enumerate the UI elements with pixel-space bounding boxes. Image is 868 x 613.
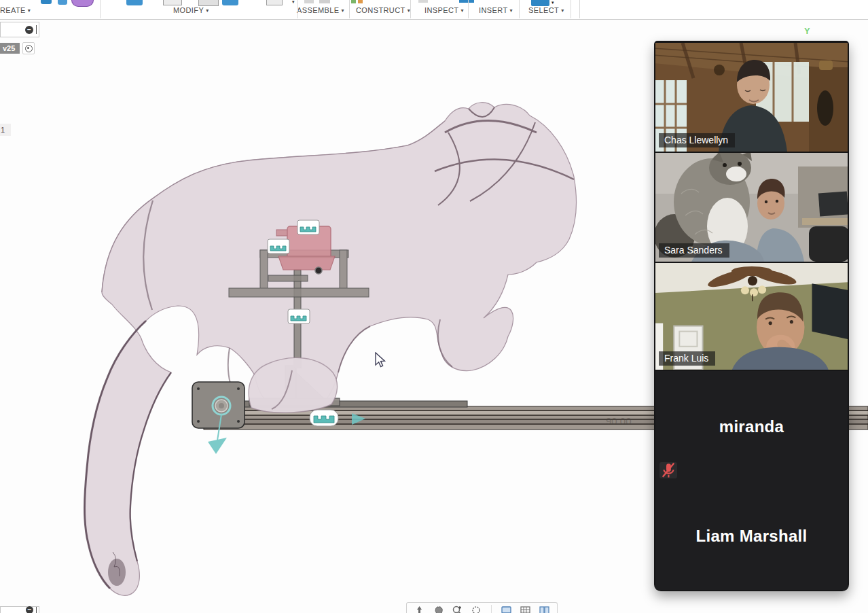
caret-icon: ▾ xyxy=(510,7,513,14)
participant-name: miranda xyxy=(655,417,848,436)
version-label: v25 xyxy=(0,43,20,54)
toolbar-divider xyxy=(349,0,350,18)
participant-tile-miranda[interactable]: miranda xyxy=(655,371,848,484)
toolbar-divider xyxy=(519,0,520,18)
viewports-icon[interactable] xyxy=(539,605,550,613)
muted-mic-chip xyxy=(659,462,677,478)
form-tool-icon[interactable] xyxy=(71,0,94,7)
caret-icon: ▾ xyxy=(28,7,31,14)
browser-header-chip[interactable]: − xyxy=(0,22,39,37)
orbit-icon[interactable] xyxy=(414,605,425,613)
menu-insert[interactable]: INSERT▾ xyxy=(479,6,513,14)
joint-tool-icon[interactable] xyxy=(304,0,314,3)
participant-tile-frank[interactable]: Frank Luis xyxy=(655,263,848,370)
cursor-arrow-icon xyxy=(375,352,388,370)
text-cursor-icon xyxy=(36,25,37,34)
rotation-arrowhead-icon xyxy=(208,438,227,454)
shell-tool-icon[interactable] xyxy=(198,0,219,6)
view-navigation-bar xyxy=(406,602,558,613)
caret-icon: ▾ xyxy=(342,7,344,14)
menu-create[interactable]: REATE▾ xyxy=(0,6,31,14)
joint-origin-dot[interactable] xyxy=(315,267,322,274)
insert-tool-icon[interactable] xyxy=(459,0,474,3)
toolbar-divider xyxy=(579,0,580,18)
participant-name-tag: Sara Sanders xyxy=(659,243,729,258)
slider-joint-icon[interactable] xyxy=(310,410,338,426)
modify-dropdown-caret-icon[interactable]: ▾ xyxy=(292,0,297,5)
text-cursor-icon xyxy=(36,607,37,613)
timeline-chip[interactable]: − xyxy=(0,606,39,613)
y-axis-label: Y xyxy=(804,26,810,36)
participant-tile-sara[interactable]: Sara Sanders xyxy=(655,153,848,262)
toolbar-divider xyxy=(468,0,469,18)
menu-construct[interactable]: CONSTRUCT▾ xyxy=(356,6,410,14)
menu-assemble[interactable]: ASSEMBLE▾ xyxy=(297,6,344,14)
fillet-tool-icon[interactable] xyxy=(163,0,182,5)
mesh-body-cat[interactable] xyxy=(85,103,577,596)
stepper-motor[interactable] xyxy=(192,382,245,428)
tail-tip-dense-mesh xyxy=(108,559,126,586)
muted-mic-icon xyxy=(659,462,677,478)
minus-circle-icon[interactable]: − xyxy=(25,26,33,34)
extrude-tool-icon[interactable] xyxy=(58,0,67,5)
video-call-panel[interactable]: Chas Llewellyn xyxy=(654,41,849,591)
joint-icon[interactable] xyxy=(288,309,310,323)
toolbar-divider xyxy=(100,0,101,18)
sketch-tool-icon[interactable] xyxy=(41,0,52,4)
participant-name: Liam Marshall xyxy=(655,527,848,546)
toolbar-divider xyxy=(410,0,411,18)
joint-icon[interactable] xyxy=(297,220,319,234)
zoom-fit-icon[interactable] xyxy=(471,605,482,613)
construct-axis-tool-icon[interactable] xyxy=(358,0,363,3)
caret-icon: ▾ xyxy=(460,7,463,14)
participant-tile-chas[interactable]: Chas Llewellyn xyxy=(655,43,848,152)
pan-icon[interactable] xyxy=(433,605,444,613)
menu-select[interactable]: SELECT▾ xyxy=(528,6,564,14)
app-screen: ▾ ▾ REATE▾ MODIFY▾ ASSEMBLE▾ CONSTRUCT▾ … xyxy=(0,0,868,613)
toolbar-divider xyxy=(571,0,571,18)
construct-plane-tool-icon[interactable] xyxy=(351,0,356,3)
browser-row-marker: 1 xyxy=(0,124,11,136)
measure-tool-icon[interactable] xyxy=(418,0,428,3)
combine-tool-icon[interactable] xyxy=(222,0,238,5)
joint-icon[interactable] xyxy=(268,239,289,253)
caret-icon: ▾ xyxy=(561,7,564,14)
select-tool-icon[interactable] xyxy=(531,0,549,6)
press-pull-tool-icon[interactable] xyxy=(126,0,143,5)
grid-snap-icon[interactable] xyxy=(520,605,531,613)
activate-component-icon[interactable] xyxy=(22,42,35,54)
menu-inspect[interactable]: INSPECT▾ xyxy=(424,6,464,14)
navbar-divider xyxy=(491,605,492,613)
as-built-joint-tool-icon[interactable] xyxy=(319,0,330,3)
document-version-chip[interactable]: v25 xyxy=(0,42,35,54)
participant-tile-liam[interactable]: Liam Marshall xyxy=(655,484,848,590)
participant-name-tag: Chas Llewellyn xyxy=(659,133,735,147)
minus-circle-icon[interactable]: − xyxy=(26,606,33,613)
participant-name-tag: Frank Luis xyxy=(659,351,715,366)
display-settings-icon[interactable] xyxy=(501,605,512,613)
select-dropdown-caret-icon[interactable]: ▾ xyxy=(551,0,557,6)
zoom-in-icon[interactable] xyxy=(452,605,463,613)
menu-modify[interactable]: MODIFY▾ xyxy=(173,6,209,14)
caret-icon: ▾ xyxy=(206,7,209,14)
toolbar-divider xyxy=(297,0,298,18)
rail-dimension-label: 90.00 xyxy=(606,415,632,427)
modify-extra-tool-icon[interactable] xyxy=(266,0,283,5)
ribbon-toolbar: ▾ ▾ REATE▾ MODIFY▾ ASSEMBLE▾ CONSTRUCT▾ … xyxy=(0,0,868,20)
